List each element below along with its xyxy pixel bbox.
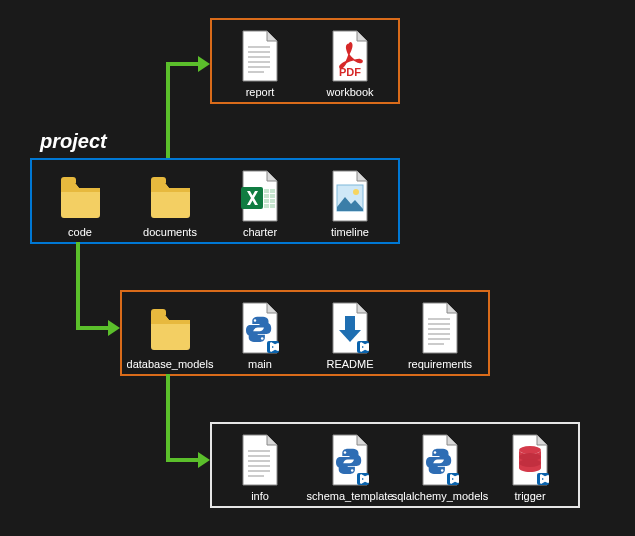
python-file-icon [326, 432, 374, 488]
folder-label: database_models [127, 358, 214, 370]
file-label: README [326, 358, 373, 370]
file-item[interactable]: trigger [494, 432, 566, 502]
diagram-title: project [40, 130, 107, 153]
arrow-head-icon [198, 452, 210, 468]
file-label: trigger [514, 490, 545, 502]
file-item[interactable]: info [224, 432, 296, 502]
file-item[interactable]: sqlalchemy_models [404, 432, 476, 502]
sql-file-icon [506, 432, 554, 488]
project-group: code documents charter timeline [30, 158, 400, 244]
folder-item[interactable]: documents [134, 168, 206, 238]
file-item[interactable]: workbook [314, 28, 386, 98]
file-label: requirements [408, 358, 472, 370]
folder-icon [56, 168, 104, 224]
file-item[interactable]: report [224, 28, 296, 98]
markdown-file-icon [326, 300, 374, 356]
folder-item[interactable]: code [44, 168, 116, 238]
file-item[interactable]: requirements [404, 300, 476, 370]
documents-group: report workbook [210, 18, 400, 104]
arrow-head-icon [198, 56, 210, 72]
arrow-segment [76, 242, 80, 328]
arrow-segment [166, 62, 200, 66]
database-models-group: info schema_template sqlalchemy_models t… [210, 422, 580, 508]
folder-label: code [68, 226, 92, 238]
file-label: report [246, 86, 275, 98]
image-file-icon [326, 168, 374, 224]
arrow-segment [166, 62, 170, 158]
file-item[interactable]: charter [224, 168, 296, 238]
file-item[interactable]: main [224, 300, 296, 370]
folder-item[interactable]: database_models [134, 300, 206, 370]
file-item[interactable]: timeline [314, 168, 386, 238]
arrow-segment [166, 458, 200, 462]
arrow-head-icon [108, 320, 120, 336]
arrow-segment [166, 374, 170, 460]
file-label: charter [243, 226, 277, 238]
file-item[interactable]: schema_template [314, 432, 386, 502]
folder-icon [146, 300, 194, 356]
folder-icon [146, 168, 194, 224]
text-document-icon [236, 28, 284, 84]
python-file-icon [236, 300, 284, 356]
file-item[interactable]: README [314, 300, 386, 370]
code-group: database_models main README requirements [120, 290, 490, 376]
text-document-icon [416, 300, 464, 356]
file-label: main [248, 358, 272, 370]
file-label: timeline [331, 226, 369, 238]
file-label: workbook [326, 86, 373, 98]
arrow-segment [76, 326, 110, 330]
text-document-icon [236, 432, 284, 488]
folder-label: documents [143, 226, 197, 238]
file-label: info [251, 490, 269, 502]
file-label: schema_template [307, 490, 394, 502]
python-file-icon [416, 432, 464, 488]
pdf-file-icon [326, 28, 374, 84]
file-label: sqlalchemy_models [392, 490, 489, 502]
excel-file-icon [236, 168, 284, 224]
